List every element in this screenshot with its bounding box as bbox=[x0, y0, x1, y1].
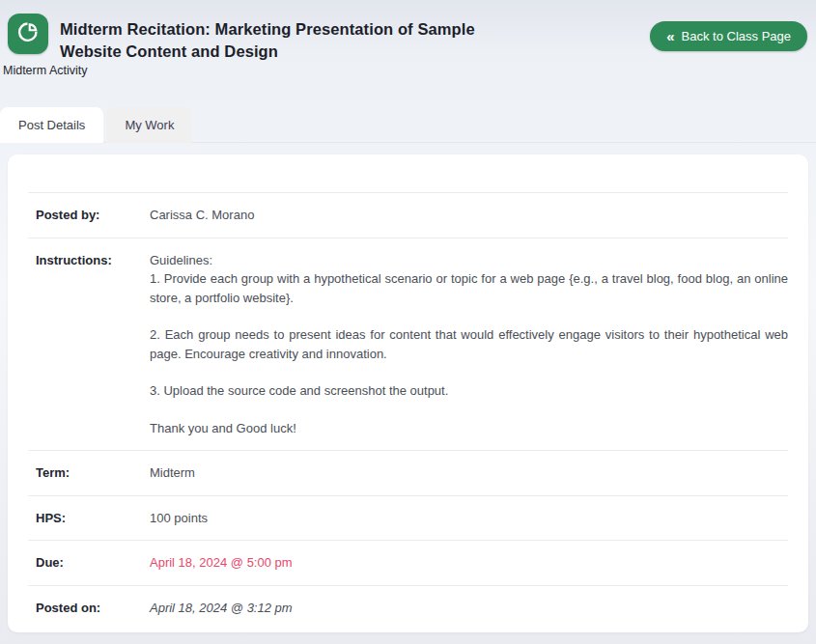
back-to-class-button[interactable]: « Back to Class Page bbox=[650, 21, 807, 51]
tabbar: Post Details My Work bbox=[0, 107, 192, 143]
instructions-value: Guidelines: 1. Provide each group with a… bbox=[150, 251, 788, 438]
term-row: Term: Midterm bbox=[28, 450, 788, 495]
tab-my-work[interactable]: My Work bbox=[106, 107, 192, 143]
term-label: Term: bbox=[36, 463, 150, 482]
instructions-paragraph: 3. Upload the source code and screenshot… bbox=[150, 381, 788, 401]
instructions-paragraph: Guidelines: 1. Provide each group with a… bbox=[150, 251, 788, 308]
instructions-row: Instructions: Guidelines: 1. Provide eac… bbox=[28, 238, 788, 451]
due-value: April 18, 2024 @ 5:00 pm bbox=[150, 553, 788, 573]
page-subtitle: Midterm Activity bbox=[3, 64, 88, 77]
posted-by-value: Carissa C. Morano bbox=[150, 206, 788, 225]
posted-by-label: Posted by: bbox=[36, 206, 150, 224]
back-button-label: Back to Class Page bbox=[682, 29, 791, 43]
posted-on-label: Posted on: bbox=[36, 599, 150, 617]
page-title: Midterm Recitation: Marketing Presentati… bbox=[60, 18, 528, 63]
instructions-paragraph: Thank you and Good luck! bbox=[150, 419, 788, 438]
posted-on-value: April 18, 2024 @ 3:12 pm bbox=[150, 599, 788, 618]
hps-label: HPS: bbox=[36, 509, 150, 527]
activity-app-icon bbox=[8, 14, 48, 54]
instructions-paragraph: 2. Each group needs to present ideas for… bbox=[150, 325, 788, 363]
due-row: Due: April 18, 2024 @ 5:00 pm bbox=[28, 540, 788, 585]
hps-row: HPS: 100 points bbox=[28, 495, 788, 541]
due-label: Due: bbox=[36, 553, 150, 572]
hps-value: 100 points bbox=[150, 509, 788, 528]
term-value: Midterm bbox=[150, 463, 788, 483]
post-details-card: Posted by: Carissa C. Morano Instruction… bbox=[8, 154, 808, 632]
posted-on-row: Posted on: April 18, 2024 @ 3:12 pm bbox=[28, 585, 788, 630]
instructions-label: Instructions: bbox=[36, 251, 150, 269]
tab-post-details[interactable]: Post Details bbox=[0, 107, 103, 143]
posted-by-row: Posted by: Carissa C. Morano bbox=[28, 192, 788, 238]
pie-chart-icon bbox=[15, 19, 41, 48]
double-chevron-left-icon: « bbox=[666, 29, 674, 43]
